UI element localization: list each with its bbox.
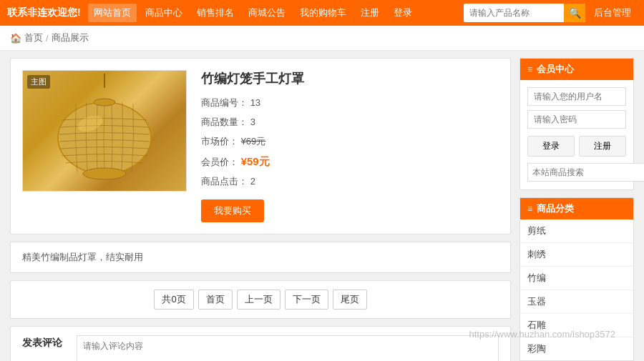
breadcrumb-home[interactable]: 首页 bbox=[24, 31, 43, 44]
product-id-label: 商品编号： bbox=[201, 97, 248, 108]
pagination-prev[interactable]: 上一页 bbox=[237, 290, 280, 310]
nav-login[interactable]: 登录 bbox=[388, 4, 418, 22]
product-info: 竹编灯笼手工灯罩 商品编号： 13 商品数量： 3 市场价： ¥69元 会员价：… bbox=[201, 70, 499, 222]
top-navigation: 联系非连欢迎您! 网站首页 商品中心 销售排名 商城公告 我的购物车 注册 登录… bbox=[0, 0, 644, 26]
nav-admin[interactable]: 后台管理 bbox=[588, 4, 637, 22]
product-detail-card: 主图 竹编灯笼手工灯罩 商品编号： 13 商品数量： 3 市场价： ¥69元 bbox=[10, 58, 511, 234]
top-search-box: 🔍 bbox=[464, 4, 585, 22]
categories-header: ≡ 商品分类 bbox=[520, 198, 633, 219]
nav-products[interactable]: 商品中心 bbox=[140, 4, 188, 22]
main-wrapper: 主图 竹编灯笼手工灯罩 商品编号： 13 商品数量： 3 市场价： ¥69元 bbox=[0, 51, 644, 361]
product-title: 竹编灯笼手工灯罩 bbox=[201, 70, 499, 87]
svg-point-5 bbox=[94, 99, 115, 106]
breadcrumb: 🏠 首页 / 商品展示 bbox=[0, 26, 644, 51]
member-center-icon: ≡ bbox=[527, 64, 532, 74]
product-qty-value: 3 bbox=[250, 117, 255, 127]
category-item-1[interactable]: 刺绣 bbox=[520, 243, 633, 267]
image-label: 主图 bbox=[27, 75, 50, 89]
password-input[interactable] bbox=[527, 110, 626, 129]
categories-icon: ≡ bbox=[527, 204, 532, 214]
member-center-body: 登录 注册 🔍 bbox=[520, 80, 633, 189]
clicks-value: 2 bbox=[250, 176, 255, 187]
product-id-row: 商品编号： 13 bbox=[201, 96, 499, 111]
comment-area: 发表评论 提交 bbox=[10, 326, 511, 361]
member-center-block: ≡ 会员中心 登录 注册 🔍 bbox=[519, 58, 634, 190]
categories-title: 商品分类 bbox=[537, 202, 574, 215]
top-search-input[interactable] bbox=[464, 8, 564, 18]
category-item-0[interactable]: 剪纸 bbox=[520, 219, 633, 243]
member-center-title: 会员中心 bbox=[537, 63, 574, 76]
breadcrumb-current: 商品展示 bbox=[52, 31, 89, 44]
buy-button[interactable]: 我要购买 bbox=[201, 199, 264, 222]
comment-input[interactable] bbox=[77, 335, 499, 361]
product-image: 主图 bbox=[22, 70, 187, 192]
category-item-5[interactable]: 彩陶 bbox=[520, 337, 633, 360]
left-content: 主图 竹编灯笼手工灯罩 商品编号： 13 商品数量： 3 市场价： ¥69元 bbox=[10, 58, 511, 361]
product-desc-text: 精美竹编制品灯罩，结实耐用 bbox=[22, 252, 143, 262]
category-item-2[interactable]: 竹编 bbox=[520, 267, 633, 290]
market-price-value: ¥69元 bbox=[241, 136, 266, 147]
pagination-first[interactable]: 首页 bbox=[198, 290, 233, 310]
home-icon: 🏠 bbox=[10, 33, 21, 44]
login-button[interactable]: 登录 bbox=[527, 136, 575, 157]
member-center-header: ≡ 会员中心 bbox=[520, 59, 633, 80]
member-price-value: ¥59元 bbox=[241, 155, 270, 167]
nav-cart[interactable]: 我的购物车 bbox=[294, 4, 352, 22]
nav-home[interactable]: 网站首页 bbox=[88, 4, 137, 22]
svg-point-4 bbox=[83, 168, 126, 179]
nav-announcement[interactable]: 商城公告 bbox=[243, 4, 291, 22]
pagination-total: 共0页 bbox=[154, 290, 193, 310]
product-qty-label: 商品数量： bbox=[201, 117, 248, 127]
site-logo: 联系非连欢迎您! bbox=[7, 6, 81, 19]
product-clicks-row: 商品点击： 2 bbox=[201, 174, 499, 189]
category-item-4[interactable]: 石雕 bbox=[520, 314, 633, 337]
sidebar-search-box: 🔍 bbox=[527, 162, 626, 182]
categories-list: 剪纸 刺绣 竹编 玉器 石雕 彩陶 bbox=[520, 219, 633, 360]
username-input[interactable] bbox=[527, 87, 626, 106]
nav-ranking[interactable]: 销售排名 bbox=[191, 4, 240, 22]
auth-button-row: 登录 注册 bbox=[527, 136, 626, 157]
pagination-area: 共0页 首页 上一页 下一页 尾页 bbox=[10, 280, 511, 319]
product-market-price-row: 市场价： ¥69元 bbox=[201, 134, 499, 149]
market-price-label: 市场价： bbox=[201, 136, 238, 147]
clicks-label: 商品点击： bbox=[201, 176, 248, 187]
pagination-last[interactable]: 尾页 bbox=[333, 290, 367, 310]
product-description: 精美竹编制品灯罩，结实耐用 bbox=[10, 242, 511, 273]
comment-label: 发表评论 bbox=[22, 337, 62, 348]
right-sidebar: ≡ 会员中心 登录 注册 🔍 ≡ 商品分类 bbox=[519, 58, 634, 361]
lamp-svg bbox=[33, 74, 176, 188]
top-search-button[interactable]: 🔍 bbox=[564, 4, 585, 22]
breadcrumb-separator: / bbox=[46, 33, 49, 44]
category-item-3[interactable]: 玉器 bbox=[520, 290, 633, 314]
product-member-price-row: 会员价： ¥59元 bbox=[201, 153, 499, 170]
register-button[interactable]: 注册 bbox=[579, 136, 626, 157]
product-qty-row: 商品数量： 3 bbox=[201, 115, 499, 130]
product-categories-block: ≡ 商品分类 剪纸 刺绣 竹编 玉器 石雕 彩陶 bbox=[519, 197, 634, 361]
product-id-value: 13 bbox=[250, 97, 260, 108]
pagination-next[interactable]: 下一页 bbox=[285, 290, 328, 310]
sidebar-search-input[interactable] bbox=[527, 163, 644, 182]
member-price-label: 会员价： bbox=[201, 157, 238, 167]
svg-point-1 bbox=[58, 102, 151, 174]
nav-register[interactable]: 注册 bbox=[355, 4, 385, 22]
